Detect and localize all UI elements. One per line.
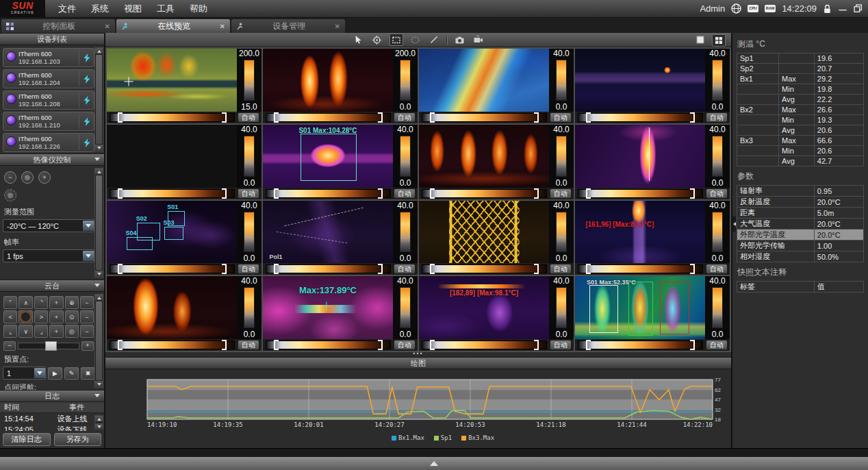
rect-tool-icon[interactable] [390, 34, 403, 46]
video-cell[interactable]: Pol140.00.0自动 [263, 201, 418, 275]
connect-bolt-icon[interactable] [79, 96, 94, 105]
bottom-expand-bar[interactable] [0, 457, 868, 470]
thermal-image[interactable] [575, 125, 705, 188]
plot-header[interactable]: 绘图 [105, 357, 731, 369]
range-bracket-left[interactable] [586, 188, 591, 199]
video-cell[interactable]: 40.00.0自动 [419, 201, 574, 275]
overlay-roi-box[interactable] [301, 134, 357, 182]
log-row[interactable]: 15:14:54设备上线 [0, 413, 95, 424]
palette-range-bar[interactable] [578, 264, 703, 273]
tab-close-icon[interactable]: ✕ [220, 23, 225, 30]
expand-up-icon[interactable] [430, 461, 438, 466]
slider-handle[interactable] [45, 341, 57, 351]
quad-view-icon[interactable] [712, 34, 726, 47]
overlay-roi-box[interactable] [628, 282, 653, 336]
clear-log-button[interactable]: 清除日志 [3, 433, 51, 446]
video-cell[interactable]: S01 Max:104.28°C40.00.0自动 [263, 125, 418, 199]
ptz-header[interactable]: 云台 [0, 280, 104, 292]
palette-range-bar[interactable] [266, 189, 391, 198]
palette-range-bar[interactable] [578, 341, 703, 349]
overlay-roi-box[interactable] [660, 282, 690, 334]
range-bracket-left[interactable] [118, 112, 123, 123]
thermal-image[interactable]: Pol1 [263, 201, 393, 264]
measurement-row[interactable]: Min19.3 [737, 115, 864, 125]
preset-edit-button[interactable]: ✎ [64, 367, 79, 380]
pan-down-right[interactable]: ⌟ [34, 325, 48, 338]
range-bracket-right[interactable] [378, 264, 383, 274]
range-bracket-right[interactable] [222, 188, 227, 199]
param-value[interactable]: 20.0°C [814, 230, 863, 240]
auto-scale-button[interactable]: 自动 [394, 341, 415, 349]
pan-right[interactable]: > [34, 310, 48, 323]
parameter-row[interactable]: 距离5.0m [737, 208, 864, 219]
device-list-item[interactable]: ITherm 600192.168.1.210 [3, 112, 94, 131]
menubar-item[interactable]: 视图 [116, 0, 149, 17]
pan-left[interactable]: < [3, 310, 17, 323]
thermal-image[interactable] [419, 201, 549, 264]
auto-scale-button[interactable]: 自动 [550, 189, 571, 198]
pan-up-right[interactable]: ⌝ [34, 296, 48, 309]
ram-status-icon[interactable]: RAM [765, 5, 776, 12]
zoom-in-button[interactable]: + [49, 296, 63, 309]
palette-range-bar[interactable] [422, 264, 547, 273]
dropdown-arrow-icon[interactable] [34, 368, 45, 378]
scrollbar[interactable] [94, 415, 103, 429]
palette-range-bar[interactable] [422, 189, 547, 198]
thermal-image[interactable]: S01S02S03S04 [107, 201, 237, 264]
dropdown-arrow-icon[interactable] [83, 221, 94, 231]
restore-button[interactable] [854, 4, 863, 13]
auto-scale-button[interactable]: 自动 [238, 341, 259, 349]
framerate-select[interactable]: 1 fps [3, 249, 94, 262]
measurement-row[interactable]: Sp220.7 [737, 64, 864, 74]
line-tool-icon[interactable] [428, 34, 440, 45]
range-bracket-left[interactable] [430, 340, 435, 350]
measurement-row[interactable]: Bx2Max26.6 [737, 105, 864, 115]
range-bracket-right[interactable] [222, 112, 227, 123]
palette-range-bar[interactable] [578, 113, 703, 122]
focus-in-button[interactable]: + [49, 310, 63, 323]
measurement-row[interactable]: Avg42.7 [737, 156, 864, 166]
range-bracket-left[interactable] [586, 264, 591, 274]
save-as-button[interactable]: 另存为 [54, 433, 102, 446]
autofocus-button[interactable]: ◎ [21, 171, 34, 184]
focus-out-button[interactable]: − [80, 310, 94, 323]
menubar-item[interactable]: 工具 [149, 0, 182, 17]
video-cell[interactable]: 40.00.0自动 [419, 49, 574, 123]
range-bracket-left[interactable] [430, 112, 435, 123]
device-list-item[interactable]: ITherm 600192.168.1.208 [3, 90, 94, 110]
range-bracket-right[interactable] [222, 340, 227, 350]
auto-scale-button[interactable]: 自动 [706, 113, 727, 122]
tab-online-preview[interactable]: 在线预览 ✕ [116, 19, 230, 33]
snapshot-icon[interactable] [454, 34, 466, 45]
auto-scale-button[interactable]: 自动 [550, 264, 571, 273]
video-cell[interactable]: 40.00.0自动 [575, 125, 730, 199]
parameter-row[interactable]: 外部光学温度20.0°C [737, 230, 864, 240]
range-bracket-right[interactable] [534, 112, 539, 123]
video-cell[interactable]: S01 Max:52.35°C40.00.0自动 [575, 276, 730, 351]
chevron-down-icon[interactable] [94, 284, 100, 287]
range-bracket-right[interactable] [378, 188, 383, 199]
range-bracket-right[interactable] [222, 264, 227, 274]
log-row[interactable]: 15:24:05设备下线 [0, 424, 95, 431]
range-bracket-left[interactable] [274, 264, 279, 274]
tab-control-panel[interactable]: 控制面板 ✕ [1, 19, 115, 33]
video-cell[interactable]: [182,89] [Max:98.1°C]40.00.0自动 [419, 276, 574, 351]
thermal-image[interactable] [107, 125, 237, 188]
auto-scale-button[interactable]: 自动 [238, 113, 259, 122]
pan-down[interactable]: ∨ [18, 325, 33, 338]
scrollbar[interactable] [94, 294, 103, 388]
thermal-image[interactable]: [182,89] [Max:98.1°C] [419, 276, 549, 339]
thermal-image[interactable] [107, 276, 237, 339]
log-header[interactable]: 日志 [0, 390, 104, 402]
preset-select[interactable]: 1 [3, 367, 46, 380]
connect-bolt-icon[interactable] [79, 117, 94, 126]
speed-slider[interactable] [18, 343, 79, 349]
network-globe-icon[interactable] [731, 3, 741, 14]
param-value[interactable]: 20.0°C [814, 219, 863, 230]
zoom-icon[interactable]: ⊕ [65, 296, 79, 309]
range-bracket-right[interactable] [534, 264, 539, 274]
focus-icon[interactable]: ⊙ [65, 310, 79, 323]
thermal-image[interactable] [419, 125, 549, 188]
auto-scale-button[interactable]: 自动 [706, 341, 727, 349]
panel-collapse-handle[interactable] [732, 217, 736, 232]
